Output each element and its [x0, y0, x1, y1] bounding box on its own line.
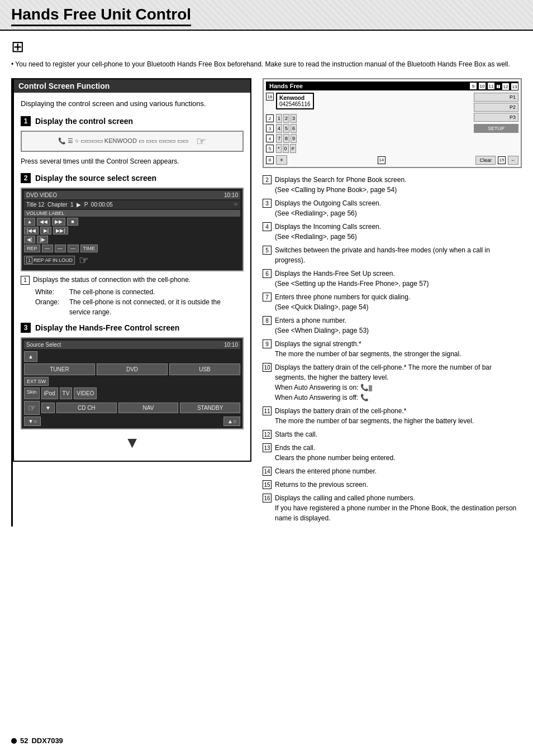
feature-item-12: 12 Starts the call. [263, 429, 522, 439]
step2-status-area: 1 Displays the status of connection with… [21, 276, 244, 317]
p1-button: P1 [474, 93, 518, 102]
feature-item-3: 3 Displays the Outgoing Calls screen.(Se… [263, 198, 522, 218]
badge-14: 14 [378, 156, 386, 164]
auto-answering-status-text: Displays the battery drain of the cell-p… [275, 363, 492, 381]
step2-num: 2 [21, 173, 31, 183]
feature-item-11: 11 Displays the battery drain of the cel… [263, 406, 522, 426]
feature-item-2: 2 Displays the Search for Phone Book scr… [263, 175, 522, 195]
feature-item-10: 10 Displays the battery drain of the cel… [263, 362, 522, 403]
source-screen-mockup: Source Select 10:10 ▲ TUNER DVD USB EXT … [21, 337, 244, 429]
feature-list: 2 Displays the Search for Phone Book scr… [263, 175, 522, 523]
badge-16: 16 [266, 93, 274, 101]
setup-button: SETUP [474, 124, 518, 133]
badge-4: 4 [266, 135, 274, 142]
step3-title: Display the Hands-Free Control screen [35, 323, 179, 332]
badge-5: 5 [266, 145, 274, 152]
badge-12: 12 [502, 83, 510, 90]
step3-header: 3 Display the Hands-Free Control screen [21, 323, 244, 333]
feature-item-15: 15 Returns to the previous screen. [263, 480, 522, 490]
badge-15: 15 [498, 156, 506, 164]
badge-7: 7 [496, 84, 501, 89]
step2-header: 2 Display the source select screen [21, 173, 244, 183]
step3-num: 3 [21, 323, 31, 333]
hf-right-panel: P1 P2 P3 SETUP [474, 93, 518, 153]
feature-item-4: 4 Displays the Incoming Calls screen.(Se… [263, 222, 522, 242]
badge-3: 3 [266, 125, 274, 132]
auto-answering-off-text: When Auto Answering is off: 📞 [275, 394, 369, 401]
step1-num: 1 [21, 116, 31, 126]
bluetooth-icon: ⊞ [11, 37, 522, 56]
hf-main-layout: 16 Kenwood 0425465116 2 1 [266, 93, 518, 153]
calling-number: 0425465116 [279, 101, 311, 107]
feature-1-badge: 1 [21, 276, 30, 285]
orange-text: The cell-phone is not connected, or it i… [69, 297, 244, 317]
feature-item-7: 7 Enters three phone numbers for quick d… [263, 292, 522, 312]
auto-answering-on-text: When Auto Answering is on: 📞 [275, 384, 372, 391]
plus-button: + [276, 155, 287, 165]
badge-13: 13 [511, 83, 518, 90]
feature-item-13: 13 Ends the call.Clears the phone number… [263, 443, 522, 463]
white-text: The cell-phone is connected. [69, 287, 155, 297]
page-footer: 52 DDX7039 [11, 736, 63, 745]
dvd-screen-mockup: DVD VIDEO 10:10 Title 12 Chapter 1 ▶ P 0… [21, 188, 244, 271]
badge-9: 9 [469, 82, 477, 90]
auto-label [369, 385, 372, 391]
badge-10: 10 [478, 82, 486, 90]
orange-label: Orange: [35, 297, 66, 317]
hands-free-screen: Hands Free 9 10 11 7 12 13 16 [263, 78, 522, 168]
step1-title: Display the control screen [35, 117, 133, 126]
page-title: Hands Free Unit Control [11, 6, 191, 26]
note-text: You need to register your cell-phone to … [11, 59, 522, 69]
hand-icon: ☞ [196, 135, 206, 148]
control-screen-function-box: Control Screen Function Displaying the c… [13, 78, 251, 462]
back-button: ← [508, 156, 518, 165]
feature-item-6: 6 Displays the Hands-Free Set Up screen.… [263, 269, 522, 289]
p3-button: P3 [474, 113, 518, 122]
step2-title: Display the source select screen [35, 174, 156, 183]
step2-status-text: Displays the status of connection with t… [33, 276, 191, 285]
footer-model: DDX7039 [31, 736, 63, 745]
badge-11: 11 [487, 82, 495, 90]
badge-2: 2 [266, 114, 274, 122]
right-column: Hands Free 9 10 11 7 12 13 16 [263, 78, 522, 527]
step1-header: 1 Display the control screen [21, 116, 244, 126]
white-entry: White: The cell-phone is connected. [35, 287, 244, 297]
feature-item-8: 8 Enters a phone number.(See <When Diali… [263, 315, 522, 336]
arrow-down: ▼ [21, 434, 244, 452]
control-box-title: Control Screen Function [14, 79, 250, 93]
page-header: Hands Free Unit Control [0, 0, 533, 31]
footer-bullet [11, 738, 17, 744]
clear-button: Clear [475, 156, 496, 165]
feature-item-5: 5 Switches between the private and hands… [263, 245, 522, 265]
left-column: Control Screen Function Displaying the c… [11, 78, 251, 527]
screen-icons: 📞 ☰ ○ ▭▭▭▭ KENWOOD ▭ ▭▭ ▭▭▭ ▭▭ [58, 137, 188, 145]
control-screen-mockup: 📞 ☰ ○ ▭▭▭▭ KENWOOD ▭ ▭▭ ▭▭▭ ▭▭ ☞ [21, 131, 244, 152]
footer-page: 52 [20, 736, 28, 745]
step1-caption: Press several times until the Control Sc… [21, 156, 244, 166]
white-label: White: [35, 287, 66, 297]
hf-bottom-row: 8 + 14 Clear 15 ← [266, 155, 518, 165]
feature-item-16: 16 Displays the calling and called phone… [263, 493, 522, 523]
control-description: Displaying the control screen and using … [21, 98, 244, 109]
p2-button: P2 [474, 103, 518, 112]
feature-item-14: 14 Clears the entered phone number. [263, 466, 522, 476]
feature-item-9: 9 Displays the signal strength.*The more… [263, 339, 522, 359]
badge-8: 8 [266, 156, 274, 164]
calling-box: Kenwood 0425465116 [276, 93, 314, 109]
calling-name: Kenwood [279, 95, 311, 101]
orange-entry: Orange: The cell-phone is not connected,… [35, 297, 244, 317]
